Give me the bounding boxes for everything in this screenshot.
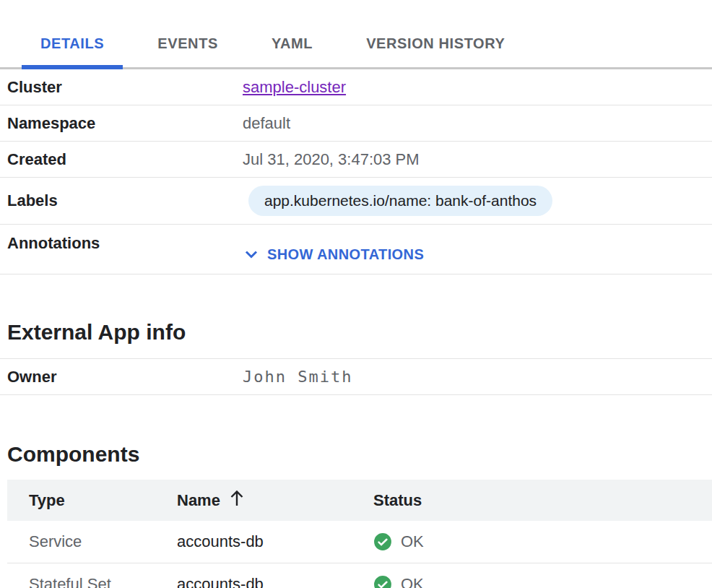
components-table-header: Type Name Status	[7, 480, 712, 521]
check-circle-icon	[373, 532, 392, 551]
table-row: Service accounts-db OK	[7, 521, 712, 563]
details-section: Cluster sample-cluster Namespace default…	[0, 69, 712, 274]
status-text: OK	[401, 532, 424, 551]
component-type: Stateful Set	[7, 575, 177, 588]
components-title: Components	[0, 441, 712, 467]
external-app-info-title: External App info	[0, 319, 712, 345]
created-value: Jul 31, 2020, 3:47:03 PM	[243, 150, 420, 169]
show-annotations-button[interactable]: SHOW ANNOTATIONS	[243, 246, 424, 263]
tab-events[interactable]: EVENTS	[139, 35, 237, 67]
annotations-label: Annotations	[7, 225, 243, 253]
column-header-type[interactable]: Type	[7, 491, 177, 510]
column-header-name[interactable]: Name	[177, 489, 373, 512]
component-name: accounts-db	[177, 575, 373, 588]
detail-row-created: Created Jul 31, 2020, 3:47:03 PM	[0, 142, 712, 178]
column-header-status[interactable]: Status	[373, 491, 712, 510]
tab-yaml[interactable]: YAML	[253, 35, 331, 67]
show-annotations-label: SHOW ANNOTATIONS	[267, 246, 424, 263]
tab-details[interactable]: DETAILS	[22, 35, 123, 67]
status-badge: OK	[373, 532, 712, 551]
labels-label: Labels	[7, 191, 243, 210]
status-text: OK	[401, 575, 424, 588]
check-circle-icon	[373, 575, 392, 588]
label-chip: app.kubernetes.io/name: bank-of-anthos	[248, 186, 552, 216]
tab-version-history[interactable]: VERSION HISTORY	[347, 35, 524, 67]
status-badge: OK	[373, 575, 712, 588]
tab-bar: DETAILS EVENTS YAML VERSION HISTORY	[0, 35, 712, 69]
owner-label: Owner	[7, 368, 243, 386]
created-label: Created	[7, 150, 243, 169]
cluster-label: Cluster	[7, 78, 243, 97]
detail-row-annotations: Annotations SHOW ANNOTATIONS	[0, 225, 712, 274]
namespace-value: default	[243, 114, 290, 133]
owner-value: John Smith	[243, 368, 352, 386]
chevron-down-icon	[243, 246, 260, 263]
cluster-link[interactable]: sample-cluster	[243, 78, 346, 96]
component-type: Service	[7, 532, 177, 551]
arrow-up-icon	[229, 489, 245, 512]
components-table: Type Name Status Service accounts-db	[7, 480, 712, 588]
owner-row: Owner John Smith	[0, 358, 712, 395]
detail-row-labels: Labels app.kubernetes.io/name: bank-of-a…	[0, 178, 712, 225]
namespace-label: Namespace	[7, 114, 243, 133]
detail-row-namespace: Namespace default	[0, 105, 712, 142]
table-row: Stateful Set accounts-db OK	[7, 563, 712, 588]
detail-row-cluster: Cluster sample-cluster	[0, 69, 712, 105]
component-name: accounts-db	[177, 532, 373, 551]
